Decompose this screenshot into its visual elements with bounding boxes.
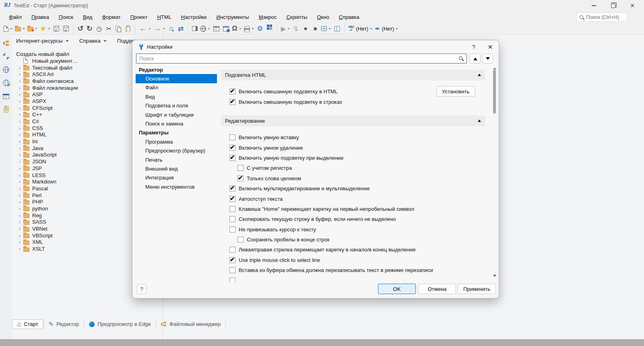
- settings-nav-item[interactable]: Вид: [136, 92, 217, 101]
- settings-nav-item[interactable]: Печать: [136, 155, 217, 164]
- expander-icon[interactable]: [16, 152, 23, 158]
- menu-item[interactable]: Инструменты: [212, 12, 254, 22]
- toolbar-button[interactable]: [166, 23, 176, 34]
- toolbar-button[interactable]: [221, 23, 231, 34]
- minimize-button[interactable]: [588, 1, 600, 10]
- toolbar-button[interactable]: [255, 23, 265, 34]
- view-tab[interactable]: Файловый менеджер: [157, 319, 225, 329]
- expander-icon[interactable]: [16, 212, 23, 218]
- expander-icon[interactable]: [16, 226, 23, 232]
- toolbar-button[interactable]: [26, 23, 39, 34]
- menu-item[interactable]: Вид: [78, 12, 97, 22]
- menu-item[interactable]: Скрипты: [282, 12, 312, 22]
- dropdown-caret-icon[interactable]: [149, 28, 151, 31]
- checkbox[interactable]: [229, 134, 235, 140]
- toolbar-button[interactable]: [123, 23, 133, 34]
- toolbar-button[interactable]: [94, 23, 104, 34]
- expander-icon[interactable]: [16, 165, 23, 171]
- scroll-up-icon[interactable]: [493, 66, 496, 70]
- toolbar-button[interactable]: [188, 23, 199, 34]
- expander-icon[interactable]: [16, 132, 23, 138]
- restore-button[interactable]: [607, 1, 619, 10]
- toolbar-button[interactable]: [85, 23, 94, 34]
- toolbar-button[interactable]: [291, 23, 301, 34]
- expander-icon[interactable]: [16, 179, 23, 185]
- menu-item[interactable]: Окно: [312, 12, 334, 22]
- dropdown-caret-icon[interactable]: [10, 28, 12, 31]
- expander-icon[interactable]: [16, 78, 23, 84]
- dropdown-caret-icon[interactable]: [252, 28, 254, 31]
- expander-icon[interactable]: [16, 71, 23, 77]
- checkbox[interactable]: [229, 227, 235, 233]
- checkbox[interactable]: [237, 175, 244, 181]
- rail-button[interactable]: [2, 79, 10, 87]
- toolbar-button[interactable]: (Нет): [344, 23, 374, 34]
- checkbox[interactable]: [229, 185, 235, 192]
- dropdown-caret-icon[interactable]: [48, 28, 50, 31]
- checkbox[interactable]: [229, 216, 235, 222]
- install-button[interactable]: Установить: [436, 86, 475, 97]
- dropdown-caret-icon[interactable]: [370, 28, 372, 31]
- scrollbar-thumb[interactable]: [493, 70, 496, 113]
- ok-button[interactable]: OK: [378, 284, 416, 294]
- apply-button[interactable]: Применить: [458, 284, 496, 294]
- toolbar-button[interactable]: [332, 23, 342, 34]
- settings-nav-item[interactable]: Поиск и замена: [136, 119, 217, 128]
- dropdown-caret-icon[interactable]: [396, 28, 398, 31]
- settings-nav-item[interactable]: Шрифт и табуляция: [136, 110, 217, 119]
- checkbox[interactable]: [229, 145, 235, 151]
- toolbar-button[interactable]: [61, 23, 71, 34]
- expander-icon[interactable]: [16, 239, 23, 245]
- settings-nav-item[interactable]: Параметры: [136, 128, 217, 137]
- toolbar-button[interactable]: [265, 23, 275, 34]
- checkbox[interactable]: [229, 89, 235, 95]
- dropdown-caret-icon[interactable]: [328, 28, 331, 31]
- expander-icon[interactable]: [16, 159, 23, 165]
- expander-icon[interactable]: [16, 125, 23, 131]
- checkbox[interactable]: [229, 196, 235, 202]
- toolbar-button[interactable]: [211, 23, 221, 34]
- expander-icon[interactable]: [16, 85, 23, 91]
- menu-item[interactable]: Проект: [126, 12, 153, 22]
- settings-nav-item[interactable]: Меню инструментов: [136, 182, 217, 191]
- global-search-input[interactable]: [586, 14, 622, 20]
- menu-item[interactable]: Настройки: [176, 12, 212, 22]
- toolbar-button[interactable]: [52, 23, 61, 34]
- settings-nav-item[interactable]: Программа: [136, 137, 217, 146]
- toolbar-button[interactable]: [199, 23, 211, 34]
- toolbar-button[interactable]: [104, 23, 114, 34]
- settings-nav-item[interactable]: Внешний вид: [136, 164, 217, 173]
- dialog-close-button[interactable]: [485, 42, 495, 52]
- expander-icon[interactable]: [16, 91, 23, 97]
- settings-nav-item[interactable]: Редактор: [136, 65, 217, 74]
- toolbar-button[interactable]: [243, 23, 255, 34]
- view-tab[interactable]: Предпросмотр в Edge: [85, 319, 155, 329]
- checkbox[interactable]: [229, 99, 235, 105]
- dropdown-caret-icon[interactable]: [239, 28, 242, 31]
- settings-nav-item[interactable]: Предпросмотр (браузер): [136, 146, 217, 155]
- collapse-icon[interactable]: [478, 118, 481, 122]
- toolbar-button[interactable]: [14, 23, 26, 34]
- checkbox[interactable]: [229, 155, 235, 161]
- panel-tab[interactable]: Справка: [79, 38, 107, 44]
- collapse-icon[interactable]: [478, 72, 481, 76]
- toolbar-button[interactable]: [320, 23, 332, 34]
- settings-nav-item[interactable]: Интеграция: [136, 173, 217, 182]
- expander-icon[interactable]: [16, 185, 23, 192]
- toolbar-button[interactable]: [114, 23, 123, 34]
- checkbox[interactable]: [237, 165, 244, 171]
- checkbox[interactable]: [229, 206, 235, 212]
- scroll-down-icon[interactable]: [493, 275, 496, 278]
- dialog-scrollbar[interactable]: [492, 65, 497, 279]
- toolbar-button[interactable]: [310, 23, 320, 34]
- expander-icon[interactable]: [16, 199, 23, 205]
- toolbar-button[interactable]: [152, 23, 166, 34]
- expander-icon[interactable]: [16, 118, 23, 124]
- help-button[interactable]: ?: [137, 284, 147, 294]
- rail-button[interactable]: [2, 52, 10, 60]
- expander-icon[interactable]: [16, 246, 23, 252]
- dropdown-caret-icon[interactable]: [163, 28, 165, 31]
- toolbar-button[interactable]: [2, 23, 14, 34]
- expander-icon[interactable]: [16, 219, 23, 225]
- toolbar-button[interactable]: [277, 23, 291, 34]
